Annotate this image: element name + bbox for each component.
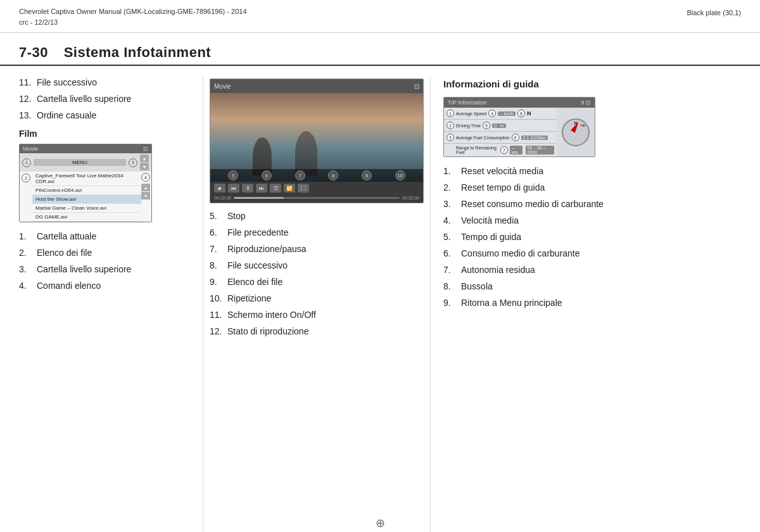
repeat-icon[interactable]: 🔁 — [284, 184, 295, 193]
item-num: 5. — [210, 210, 227, 223]
item-label: Stop — [227, 210, 424, 223]
item-label: Ritorna a Menu principale — [461, 296, 741, 310]
top-list: 11. File successivo 12. Cartella livello… — [19, 76, 196, 122]
item-label: Cartella livello superiore — [37, 263, 196, 276]
trip-icons: 9 ⊡ — [581, 99, 591, 106]
col3-list-item-5: 5. Tempo di guida — [443, 231, 741, 244]
badge-1: 1 — [22, 158, 31, 167]
movie-small-ui: Movie ⊡ 1 MENU 3 ▲ ▼ 2 — [19, 144, 152, 222]
list-icon[interactable]: ☰ — [270, 184, 281, 193]
item-num: 6. — [443, 247, 461, 260]
movie-large-ui: Movie ⊡ 11 5 6 7 8 9 10 — [210, 79, 424, 203]
header-left: Chevrolet Captiva Owner Manual (GMK-Loca… — [19, 6, 247, 27]
list-item-6: 6. File precedente — [210, 226, 424, 239]
time-start: 00:10:00 — [214, 196, 231, 200]
trip-header: TIP Information 9 ⊡ — [444, 98, 595, 108]
item-num: 4. — [443, 214, 461, 227]
play-pause-icon[interactable]: ⏸ — [242, 184, 253, 193]
list-item-7: 7. Riproduzione/pausa — [210, 243, 424, 256]
badge-10: 10 — [395, 170, 405, 180]
item-label: Cartella livello superiore — [37, 92, 196, 106]
trip-body: 1 Average Speed 4 -- km/h 8 N 2 Driving … — [444, 108, 595, 156]
page-title-bar: 7-30 Sistema Infotainment — [0, 33, 760, 66]
item-label: Schermo intero On/Off — [227, 308, 424, 322]
badge-3: 3 — [129, 158, 137, 167]
trip-badge-1: 1 — [446, 110, 454, 117]
badge-2-container: 2 — [20, 172, 32, 222]
trip-date: 00 – 00 – 0000 — [526, 146, 554, 155]
item-label: Reset consumo medio di carburante — [461, 198, 741, 211]
badge-2: 2 — [22, 174, 30, 182]
trip-val-4: -- km/h — [498, 111, 516, 116]
progress-bar[interactable] — [234, 197, 400, 199]
list-item: 3. Cartella livello superiore — [19, 263, 196, 276]
list-item: 13. Ordine casuale — [19, 109, 196, 122]
item-label: Autonomia residua — [461, 263, 741, 277]
video-scene — [210, 93, 423, 182]
scroll-up-2[interactable]: ▲ — [141, 184, 150, 191]
file-row-2: PINControl.H264.avi — [32, 186, 141, 195]
item-label: Elenco dei file — [227, 276, 424, 289]
trip-badge-2: 2 — [446, 122, 454, 129]
next-icon[interactable]: ⏭ — [256, 184, 267, 193]
item-num: 6. — [210, 226, 227, 239]
item-num: 12. — [210, 325, 227, 338]
item-num: 9. — [210, 276, 227, 289]
prev-icon[interactable]: ⏮ — [228, 184, 239, 193]
compass-dir: N — [527, 110, 531, 117]
item-label: Consumo medio di carburante — [461, 247, 741, 260]
badge-8: 8 — [328, 170, 338, 180]
page-header: Chevrolet Captiva Owner Manual (GMK-Loca… — [0, 0, 760, 33]
col3-list-item-3: 3. Reset consumo medio di carburante — [443, 198, 741, 211]
trip-badge-6: 6 — [512, 134, 519, 141]
trip-label-avg-speed: Average Speed — [456, 111, 486, 116]
section-title: Sistema Infotainment — [64, 44, 211, 60]
bottom-list: 1. Cartella attuale 2. Elenco dei file 3… — [19, 230, 196, 293]
col3-list-item-6: 6. Consumo medio di carburante — [443, 247, 741, 260]
col3-list-item-7: 7. Autonomia residua — [443, 263, 741, 277]
trip-badge-3: 3 — [446, 134, 454, 141]
progress-fill — [234, 197, 283, 199]
col3-list-item-9: 9. Ritorna a Menu principale — [443, 296, 741, 310]
item-label: File precedente — [227, 226, 424, 239]
progress-bar-area: 00:10:00 00:33:00 — [210, 194, 423, 203]
movie-small-header-row: 1 MENU 3 ▲ ▼ — [20, 153, 151, 172]
stop-icon[interactable]: ■ — [214, 184, 225, 193]
item-num: 3. — [19, 263, 37, 276]
compass-northeast: NE — [581, 124, 586, 127]
trip-row-3: 3 Average Fuel Consumption 6 0.1 l/100km — [444, 132, 557, 144]
trip-row-2: 2 Driving Time 5 0: hr — [444, 120, 557, 132]
item-label: Comandi elenco — [37, 279, 196, 293]
trip-label-range: Range to Remaining Fuel — [446, 146, 498, 155]
item-label: Velocità media — [461, 214, 741, 227]
compass-arrow — [571, 120, 581, 133]
item-num: 4. — [19, 279, 37, 293]
file-row-3: Host the Show.avi — [32, 195, 141, 204]
num-badges-row: 5 6 7 8 9 10 — [210, 169, 423, 182]
trip-badge-8: 8 — [517, 110, 525, 117]
footer-crosshair — [374, 517, 386, 529]
film-label: Film — [19, 129, 196, 139]
col2-list: 5. Stop 6. File precedente 7. Riproduzio… — [210, 210, 424, 338]
header-line2: crc - 12/2/13 — [19, 17, 247, 28]
badge-7: 7 — [295, 170, 305, 180]
item-label: Cartella attuale — [37, 230, 196, 243]
trip-badge-7: 7 — [500, 146, 508, 154]
movie-controls: ■ ⏮ ⏸ ⏭ ☰ 🔁 ⛶ — [210, 182, 423, 194]
scroll-up[interactable]: ▲ — [140, 155, 149, 162]
scroll-down[interactable]: ▼ — [140, 163, 149, 170]
movie-small-titlebar: Movie ⊡ — [20, 144, 151, 153]
scroll-down-2[interactable]: ▼ — [141, 192, 150, 200]
right-scroll: 4 ▲ ▼ — [141, 172, 151, 222]
fullscreen-icon[interactable]: ⛶ — [298, 184, 309, 193]
main-content: 11. File successivo 12. Cartella livello… — [0, 76, 760, 532]
file-list-area: 2 Captive_Farewell Tour Live Mathe2034 C… — [20, 172, 151, 222]
badge-4: 4 — [141, 173, 150, 182]
badge-5: 5 — [228, 170, 238, 180]
item-num: 3. — [443, 198, 461, 211]
page-title: 7-30 Sistema Infotainment — [19, 44, 741, 61]
col3-heading: Informazioni di guida — [443, 79, 741, 89]
list-item-10: 10. Ripetizione — [210, 292, 424, 305]
list-item-12: 12. Stato di riproduzione — [210, 325, 424, 338]
item-label: Tempo di guida — [461, 231, 741, 244]
